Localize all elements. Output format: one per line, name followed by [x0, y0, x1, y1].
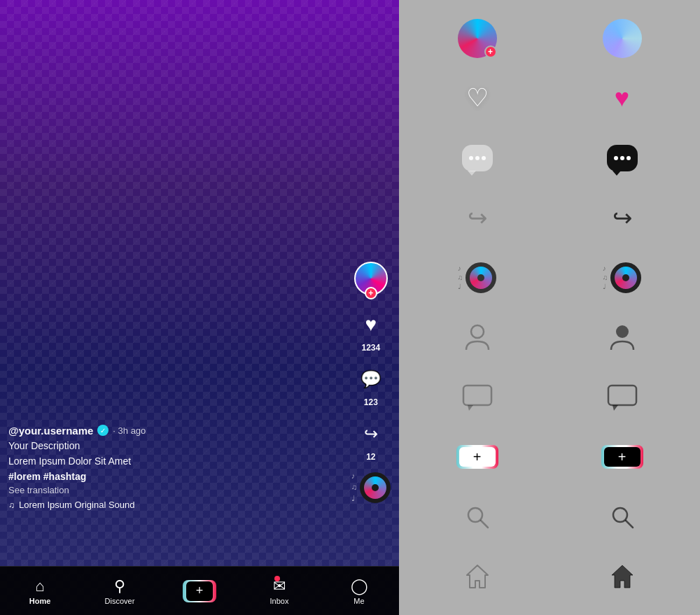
search-dark-icon — [610, 505, 634, 529]
me-icon: ◯ — [351, 577, 368, 595]
comment-dots-light — [469, 156, 486, 160]
icon-row-search — [405, 490, 694, 544]
share-dark-item: ↪ — [594, 197, 650, 239]
share-light-icon: ↪ — [468, 204, 487, 232]
icon-row-profile — [405, 311, 694, 365]
nav-discover[interactable]: ⚲ Discover — [80, 577, 160, 605]
svg-point-1 — [616, 325, 629, 338]
heart-white-icon: ♡ — [466, 83, 489, 113]
like-action[interactable]: ♥ 1234 — [354, 308, 388, 353]
svg-line-7 — [481, 521, 488, 528]
phone-panel: + ♥ 1234 💬 123 ↪ 12 ♪ ♫ — [0, 0, 399, 615]
icons-panel: + ♡ ♥ — [399, 0, 700, 615]
comment-icon: 💬 — [354, 362, 388, 396]
comment-bubble-light-icon — [462, 145, 493, 171]
description-line1: Your Description — [8, 439, 343, 453]
svg-point-6 — [468, 508, 482, 522]
message-light-icon — [462, 384, 493, 411]
search-light-icon — [465, 505, 489, 529]
hashtags[interactable]: #lorem #hashtag — [8, 471, 343, 482]
nav-inbox-label: Inbox — [270, 597, 289, 605]
svg-rect-2 — [463, 386, 491, 405]
home-dark-item — [594, 556, 650, 598]
icon-row-avatar: + — [405, 11, 694, 66]
see-translation[interactable]: See translation — [8, 485, 343, 495]
add-btn-inner-white: + — [459, 447, 496, 467]
nav-me-label: Me — [354, 597, 364, 605]
nav-add[interactable]: + — [160, 580, 239, 602]
username[interactable]: @your.username — [8, 425, 93, 437]
add-button-light-item: + — [449, 436, 505, 478]
heart-pink-item: ♥ — [594, 77, 650, 119]
icon-row-comment — [405, 131, 694, 185]
music-disc-dark-item: ♪ ♫ ♩ — [594, 257, 650, 299]
comment-light-item — [449, 137, 505, 179]
svg-marker-3 — [468, 405, 473, 411]
search-light-item — [449, 496, 505, 538]
nav-home[interactable]: ⌂ Home — [0, 577, 80, 605]
nav-me[interactable]: ◯ Me — [319, 577, 399, 605]
video-info-overlay: @your.username ✓ · 3h ago Your Descripti… — [8, 425, 343, 510]
nav-discover-label: Discover — [105, 597, 135, 605]
music-note-icon: ♫ — [8, 500, 15, 510]
heart-pink-icon: ♥ — [615, 83, 629, 113]
comment-dark-item — [594, 137, 650, 179]
comment-action[interactable]: 💬 123 — [354, 362, 388, 407]
add-button-dark-item: + — [594, 436, 650, 478]
avatar-dark-icon — [603, 19, 642, 58]
add-button-inner: + — [186, 581, 213, 601]
bottom-nav: ⌂ Home ⚲ Discover + ✉ Inbox ◯ Me — [0, 566, 399, 615]
share-action[interactable]: ↪ 12 — [354, 417, 388, 462]
music-disc-dark: ♪ ♫ ♩ — [603, 262, 642, 293]
username-row: @your.username ✓ · 3h ago — [8, 425, 343, 437]
comment-bubble-dark-icon — [607, 145, 638, 171]
verified-icon: ✓ — [97, 425, 108, 436]
icon-row-home — [405, 550, 694, 605]
music-disc-icon — [360, 472, 391, 503]
description-line2: Lorem Ipsum Dolor Sit Amet — [8, 455, 343, 469]
svg-marker-10 — [467, 565, 488, 588]
svg-line-9 — [626, 521, 633, 528]
home-dark-svg-icon — [610, 564, 634, 589]
avatar-plus-dot: + — [484, 45, 497, 58]
add-btn-tiktok-dark: + — [601, 445, 643, 469]
svg-point-8 — [613, 508, 627, 522]
svg-marker-5 — [612, 405, 618, 411]
icon-row-heart: ♡ ♥ — [405, 71, 694, 126]
heart-white-item: ♡ — [449, 77, 505, 119]
music-disc-action[interactable]: ♪ ♫ ♩ — [351, 472, 391, 503]
disc-notes-dark: ♪ ♫ ♩ — [603, 264, 608, 290]
music-notes-decoration: ♪ ♫ ♩ — [351, 472, 357, 503]
mini-disc-light-icon — [465, 262, 496, 293]
home-icon: ⌂ — [35, 577, 44, 595]
add-button[interactable]: + — [183, 580, 216, 602]
svg-marker-11 — [612, 565, 633, 588]
search-dark-item — [594, 496, 650, 538]
message-light-item — [449, 376, 505, 418]
avatar-plain — [594, 17, 650, 59]
music-info: ♫ Lorem Ipsum Original Sound — [8, 500, 343, 510]
like-count: 1234 — [362, 343, 381, 353]
icon-row-music: ♪ ♫ ♩ ♪ ♫ ♩ — [405, 250, 694, 305]
comment-count: 123 — [364, 397, 378, 407]
like-icon: ♥ — [354, 308, 388, 341]
avatar-with-plus: + — [449, 17, 505, 59]
disc-notes-light: ♪ ♫ ♩ — [458, 264, 463, 290]
music-disc-light-item: ♪ ♫ ♩ — [449, 257, 505, 299]
svg-point-0 — [471, 325, 484, 338]
icon-row-add: + + — [405, 430, 694, 485]
creator-avatar[interactable]: + — [354, 262, 388, 295]
music-disc-light: ♪ ♫ ♩ — [458, 262, 497, 293]
mini-disc-dark-icon — [610, 262, 641, 293]
icon-row-message — [405, 370, 694, 425]
message-dark-icon — [607, 384, 638, 411]
svg-rect-4 — [608, 386, 636, 405]
icon-row-share: ↪ ↪ — [405, 191, 694, 246]
home-light-svg-icon — [465, 564, 489, 589]
message-dark-item — [594, 376, 650, 418]
profile-light-icon — [465, 323, 490, 351]
follow-badge[interactable]: + — [365, 287, 377, 299]
avatar-light-icon: + — [458, 19, 497, 58]
music-label: Lorem Ipsum Original Sound — [19, 500, 134, 510]
nav-inbox[interactable]: ✉ Inbox — [239, 577, 319, 605]
